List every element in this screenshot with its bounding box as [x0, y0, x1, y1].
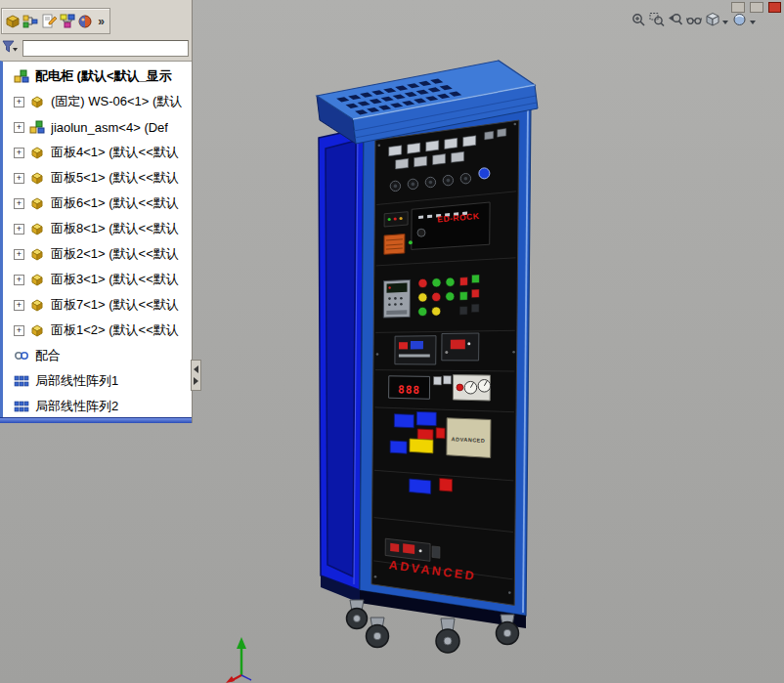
tree-item-label: 面板1<2> (默认<<默认: [51, 321, 179, 339]
titlebar-button-2[interactable]: [750, 2, 763, 13]
tree-item[interactable]: + 面板3<1> (默认<<默认: [3, 267, 192, 292]
close-icon[interactable]: [768, 2, 781, 13]
assembly-icon: [14, 69, 30, 84]
part-icon: [29, 273, 46, 287]
tree-item[interactable]: + (固定) WS-06<1> (默认: [3, 89, 192, 114]
tree-item-label: 面板7<1> (默认<<默认: [51, 296, 179, 314]
chevron-down-icon[interactable]: [750, 21, 756, 24]
tab-displaymanager[interactable]: [77, 11, 95, 32]
tree-item-label: (固定) WS-06<1> (默认: [51, 93, 182, 110]
assembly-icon: [29, 120, 46, 135]
expand-toggle-icon[interactable]: +: [14, 300, 24, 311]
part-icon: [29, 298, 46, 313]
hide-show-items-icon[interactable]: [685, 11, 702, 28]
tab-configurationmanager[interactable]: [59, 11, 76, 32]
tree-item-pattern[interactable]: 局部线性阵列1: [3, 368, 192, 394]
expand-toggle-icon[interactable]: +: [14, 122, 24, 133]
part-icon: [29, 95, 46, 109]
tree-item[interactable]: + 面板6<1> (默认<<默认: [3, 191, 192, 216]
expand-toggle-icon[interactable]: +: [14, 148, 24, 158]
tree-item-label: 面板2<1> (默认<<默认: [51, 245, 179, 263]
tree-item-label: jiaolun_asm<4> (Def: [51, 120, 168, 135]
expand-toggle-icon[interactable]: +: [14, 173, 24, 184]
tree-item[interactable]: + 面板2<1> (默认<<默认: [3, 241, 192, 267]
pattern-icon: [14, 400, 30, 414]
tree-item-root-assembly[interactable]: 配电柜 (默认<默认_显示: [3, 64, 192, 89]
tree-item-pattern[interactable]: 局部线性阵列2: [3, 394, 192, 417]
cabinet-front-panel[interactable]: ED-ROCK888ADVANCEDADVANCED: [371, 120, 519, 605]
headsup-view-toolbar: [630, 11, 757, 28]
tree-item-label: 面板8<1> (默认<<默认: [51, 220, 179, 237]
tree-item[interactable]: + 面板8<1> (默认<<默认: [3, 216, 192, 241]
tree-item-label: 配电柜 (默认<默认_显示: [35, 67, 172, 85]
titlebar-controls: [731, 2, 781, 13]
rollback-bar[interactable]: [0, 417, 192, 423]
zoom-fit-icon[interactable]: [630, 11, 646, 28]
tree-filter-row: [2, 39, 189, 57]
pattern-icon: [14, 374, 30, 389]
part-icon: [29, 247, 46, 262]
cabinet-model[interactable]: ED-ROCK888ADVANCEDADVANCED: [317, 61, 538, 653]
expand-toggle-icon[interactable]: +: [14, 224, 24, 235]
tree-item-label: 面板4<1> (默认<<默认: [51, 144, 179, 161]
tab-featuremanager[interactable]: [22, 11, 40, 32]
tree-item-label: 面板3<1> (默认<<默认: [51, 271, 179, 288]
document-tab-icon[interactable]: [4, 11, 22, 32]
chevron-down-icon[interactable]: [722, 21, 728, 24]
zoom-area-icon[interactable]: [648, 11, 665, 28]
view-orientation-icon[interactable]: [704, 11, 720, 28]
tree-item[interactable]: + 面板5<1> (默认<<默认: [3, 165, 192, 191]
expand-toggle-icon[interactable]: +: [14, 275, 24, 285]
expand-toggle-icon[interactable]: +: [14, 325, 24, 336]
titlebar-button-1[interactable]: [731, 2, 745, 13]
part-icon: [29, 323, 46, 338]
feature-tree: 配电柜 (默认<默认_显示 + (固定) WS-06<1> (默认 + jiao…: [0, 61, 192, 417]
expand-toggle-icon[interactable]: +: [14, 97, 24, 107]
tree-item-label: 配合: [35, 347, 61, 364]
tree-item-mates[interactable]: 配合: [3, 343, 192, 368]
tree-item-label: 面板5<1> (默认<<默认: [51, 169, 179, 187]
tab-propertymanager[interactable]: [40, 11, 58, 32]
tree-item-label: 局部线性阵列1: [35, 372, 118, 390]
tree-item[interactable]: + 面板7<1> (默认<<默认: [3, 292, 192, 318]
part-icon: [29, 196, 46, 211]
tabbar-overflow-button[interactable]: »: [95, 15, 108, 28]
expand-toggle-icon[interactable]: +: [14, 198, 24, 209]
previous-view-icon[interactable]: [667, 11, 683, 28]
feature-manager-panel: » 配电柜 (默认<默认_显示 + (固定) WS-06<1> (默认 + ji…: [0, 0, 193, 423]
expand-right-icon[interactable]: [194, 377, 198, 385]
part-icon: [29, 222, 46, 236]
mates-icon: [14, 349, 30, 363]
filter-input[interactable]: [22, 40, 189, 57]
tree-item[interactable]: + 面板4<1> (默认<<默认: [3, 140, 192, 165]
filter-icon[interactable]: [2, 40, 20, 56]
tree-item-label: 面板6<1> (默认<<默认: [51, 194, 179, 212]
collapse-left-icon[interactable]: [194, 365, 198, 373]
tree-item-label: 局部线性阵列2: [35, 398, 118, 415]
tree-item[interactable]: + 面板1<2> (默认<<默认: [3, 318, 192, 343]
meter-display: 888: [398, 383, 420, 397]
part-icon: [29, 146, 46, 160]
display-style-icon[interactable]: [731, 11, 748, 28]
expand-toggle-icon[interactable]: +: [14, 249, 24, 260]
panel-splitter-handle[interactable]: [191, 360, 201, 391]
part-icon: [29, 171, 46, 186]
panel-tabbar: »: [1, 8, 110, 34]
tree-item[interactable]: + jiaolun_asm<4> (Def: [3, 114, 192, 140]
